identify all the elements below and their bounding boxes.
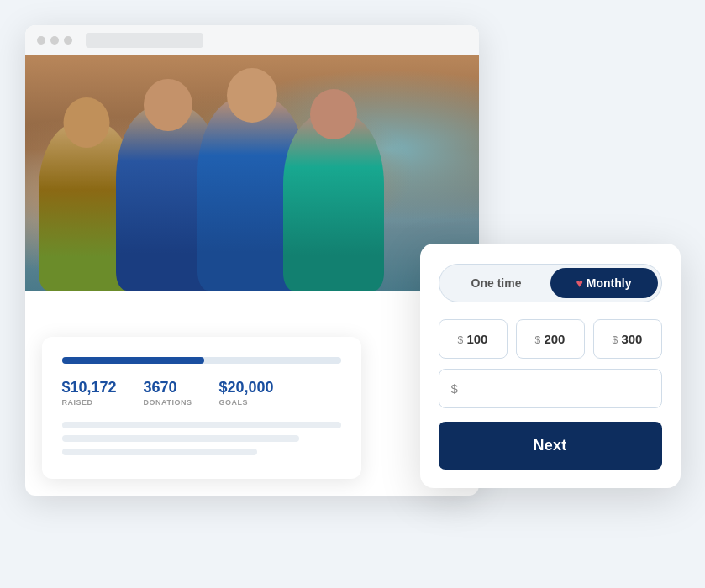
goal-label: GOALS [218,398,273,407]
monthly-button[interactable]: ♥Monthly [550,268,658,298]
raised-label: RAISED [62,398,117,407]
browser-dot-red [37,36,45,45]
stat-goal: $20,000 GOALS [218,379,273,407]
progress-track [62,357,341,364]
raised-value: $10,172 [62,379,117,396]
goal-value: $20,000 [218,379,273,396]
text-line-2 [62,435,299,442]
stat-donations: 3670 DONATIONS [144,379,192,407]
frequency-toggle: One time ♥Monthly [439,264,662,302]
progress-fill [62,357,204,364]
one-time-button[interactable]: One time [443,268,550,298]
custom-currency-sym: $ [451,381,458,396]
donation-widget: One time ♥Monthly $ 100 $ 200 $ 300 $ [420,244,681,488]
donations-value: 3670 [144,379,192,396]
stats-card: $10,172 RAISED 3670 DONATIONS $20,000 GO… [42,337,361,479]
amount-300-button[interactable]: $ 300 [593,319,662,359]
browser-window: $10,172 RAISED 3670 DONATIONS $20,000 GO… [25,25,479,496]
currency-sym-2: $ [535,334,541,346]
stat-raised: $10,172 RAISED [62,379,117,407]
browser-dot-yellow [50,36,59,45]
amount-200-value: 200 [544,332,565,346]
browser-url-bar [86,33,203,48]
custom-amount-row: $ [439,369,662,408]
monthly-label: Monthly [587,276,632,290]
amount-100-value: 100 [466,332,487,346]
currency-sym-1: $ [458,334,464,346]
currency-sym-3: $ [613,334,618,346]
amount-200-button[interactable]: $ 200 [516,319,585,359]
next-button[interactable]: Next [439,422,662,470]
text-line-3 [62,449,257,455]
browser-toolbar [25,25,479,55]
hero-image [25,55,479,291]
stats-row: $10,172 RAISED 3670 DONATIONS $20,000 GO… [62,379,341,407]
browser-dot-green [64,36,72,45]
custom-input-wrap: $ [439,369,662,408]
figure-4 [283,114,384,291]
custom-amount-input[interactable] [463,381,650,396]
donations-label: DONATIONS [144,398,192,407]
text-line-1 [62,422,341,428]
amount-300-value: 300 [621,332,642,346]
amount-options-row: $ 100 $ 200 $ 300 [439,319,662,359]
heart-icon: ♥ [576,276,583,290]
amount-100-button[interactable]: $ 100 [439,319,508,359]
